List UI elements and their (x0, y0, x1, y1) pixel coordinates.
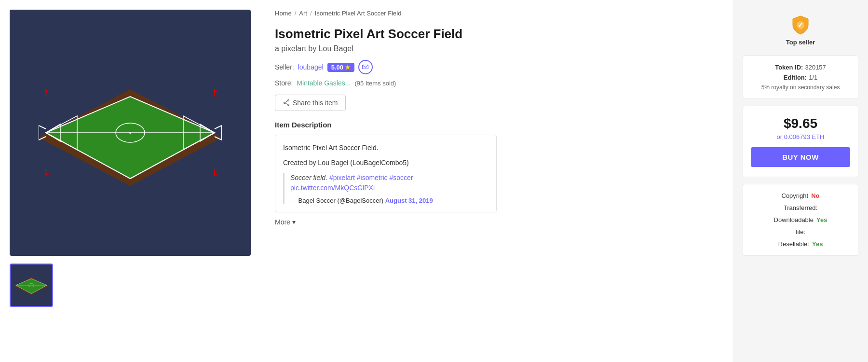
svg-marker-25 (16, 278, 47, 293)
token-id-label: Token ID: (775, 64, 803, 71)
downloadable-file-label: file: (796, 228, 805, 236)
buy-now-button[interactable]: BUY NOW (751, 147, 850, 167)
svg-marker-17 (46, 89, 49, 93)
breadcrumb: Home / Art / Isometric Pixel Art Soccer … (275, 10, 719, 17)
store-link[interactable]: Mintable Gasles... (297, 79, 351, 87)
seller-rating-badge: 5.00 ★ (327, 63, 354, 72)
svg-line-38 (285, 103, 288, 105)
items-sold: (95 Items sold) (354, 80, 396, 87)
copyright-transferred-row: Transferred: (751, 204, 850, 211)
price-eth: or 0.006793 ETH (751, 133, 850, 140)
item-subtitle: a pixelart by Lou Bagel (275, 44, 719, 53)
svg-point-5 (129, 132, 131, 134)
svg-marker-1 (46, 97, 215, 179)
price-card: $9.65 or 0.006793 ETH BUY NOW (743, 106, 858, 177)
copyright-value: No (811, 192, 819, 199)
price-usd: $9.65 (751, 116, 850, 131)
rights-card: Copyright No Transferred: Downloadable Y… (743, 184, 858, 256)
resellable-label: Resellable: (778, 240, 809, 248)
message-icon (362, 65, 368, 70)
tweet-block: Soccer field. #pixelart #isometric #socc… (283, 173, 488, 204)
breadcrumb-home[interactable]: Home (275, 10, 292, 17)
middle-panel: Home / Art / Isometric Pixel Art Soccer … (260, 0, 733, 362)
copyright-transferred-label: Transferred: (784, 204, 817, 211)
token-id-row: Token ID: 320157 (751, 64, 850, 71)
tweet-text: Soccer field. #pixelart #isometric #socc… (290, 173, 488, 193)
breadcrumb-sep2: / (310, 10, 312, 17)
svg-text:✓: ✓ (798, 21, 803, 29)
downloadable-file-row: file: (751, 228, 850, 236)
share-icon (283, 99, 290, 106)
svg-marker-21 (46, 172, 49, 176)
breadcrumb-item: Isometric Pixel Art Soccer Field (315, 10, 402, 17)
copyright-row: Copyright No (751, 192, 850, 199)
seller-label: Seller: (275, 63, 294, 71)
right-panel: ✓ Top seller Token ID: 320157 Edition: 1… (733, 0, 868, 362)
royalty-text: 5% royalty on secondary sales (751, 84, 850, 91)
desc-text-1: Isometric Pixel Art Soccer Field. (283, 143, 488, 153)
seller-row: Seller: loubagel 5.00 ★ (275, 60, 719, 74)
svg-line-37 (285, 100, 288, 103)
top-seller-icon: ✓ (790, 14, 811, 36)
svg-line-13 (215, 125, 222, 129)
token-info-card: Token ID: 320157 Edition: 1/1 5% royalty… (743, 56, 858, 99)
svg-marker-23 (215, 172, 218, 176)
copyright-label: Copyright (782, 192, 809, 199)
thumbnail-1[interactable] (10, 264, 53, 307)
seller-link[interactable]: loubagel (298, 63, 324, 71)
main-image (10, 10, 251, 256)
svg-marker-19 (215, 89, 218, 93)
tweet-date-text: August 31, 2019 (385, 197, 433, 204)
breadcrumb-art[interactable]: Art (299, 10, 307, 17)
edition-value: 1/1 (809, 74, 817, 81)
downloadable-row: Downloadable Yes (751, 216, 850, 223)
store-row: Store: Mintable Gasles... (95 Items sold… (275, 79, 719, 87)
top-seller-label: Top seller (786, 39, 815, 46)
thumbnail-row (10, 264, 251, 307)
edition-row: Edition: 1/1 (751, 74, 850, 81)
downloadable-value: Yes (816, 216, 827, 223)
description-title: Item Description (275, 121, 719, 129)
thumbnail-svg (14, 273, 48, 297)
tweet-link[interactable]: pic.twitter.com/MkQCsGlPXi (290, 184, 375, 192)
token-id-value: 320157 (805, 64, 826, 71)
top-seller-badge: ✓ Top seller (743, 10, 858, 46)
more-button[interactable]: More ▾ (275, 218, 296, 226)
item-title: Isometric Pixel Art Soccer Field (275, 27, 719, 42)
desc-text-2: Created by Lou Bagel (LouBagelCombo5) (283, 158, 488, 168)
chevron-down-icon: ▾ (292, 218, 296, 226)
resellable-row: Resellable: Yes (751, 240, 850, 248)
store-label: Store: (275, 79, 293, 87)
tweet-hashtags: #pixelart #isometric #soccer (329, 174, 413, 181)
downloadable-label: Downloadable (774, 216, 814, 223)
more-label: More (275, 218, 290, 226)
rating-value: 5.00 (331, 64, 343, 71)
soccer-field-artwork (39, 70, 222, 195)
svg-line-10 (39, 125, 46, 129)
star-icon: ★ (345, 64, 351, 71)
edition-label: Edition: (784, 74, 807, 81)
resellable-value: Yes (812, 240, 823, 248)
description-box: Isometric Pixel Art Soccer Field. Create… (275, 135, 497, 212)
tweet-author: — Bagel Soccer (@BagelSoccer) (290, 197, 383, 204)
breadcrumb-sep1: / (295, 10, 297, 17)
tweet-source: — Bagel Soccer (@BagelSoccer) August 31,… (290, 197, 488, 204)
share-button[interactable]: Share this item (275, 95, 346, 111)
share-label: Share this item (293, 99, 338, 107)
left-panel (0, 0, 260, 362)
tweet-main-text: Soccer field. (290, 174, 327, 181)
message-button[interactable] (358, 60, 373, 74)
